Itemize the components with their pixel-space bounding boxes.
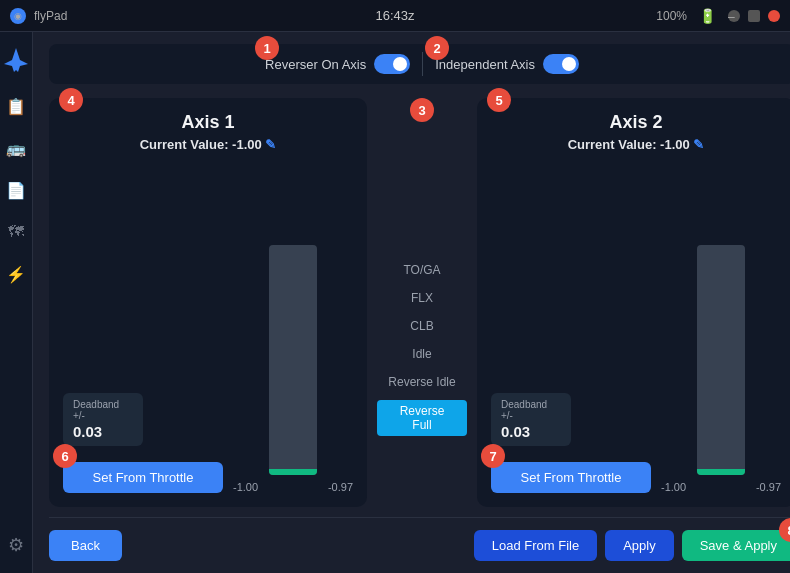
battery-icon: 🔋 (699, 8, 716, 24)
axis1-inner: Deadband +/- 0.03 6 Set From Throttle (63, 162, 353, 493)
detent-toga: TO/GA (403, 260, 440, 280)
independent-axis-toggle[interactable] (543, 54, 579, 74)
badge-4: 4 (59, 88, 83, 112)
save-apply-button[interactable]: Save & Apply (682, 530, 790, 561)
axis2-set-btn[interactable]: Set From Throttle (491, 462, 651, 493)
bottom-right-buttons: Load From File Apply 8 Save & Apply (474, 530, 790, 561)
detent-flx: FLX (411, 288, 433, 308)
axis2-deadband-label: Deadband +/- (501, 399, 561, 421)
detent-reverse-idle: Reverse Idle (388, 372, 455, 392)
detent-idle: Idle (412, 344, 431, 364)
axis1-bar-current: -0.97 (328, 481, 353, 493)
back-button[interactable]: Back (49, 530, 122, 561)
detent-clb: CLB (410, 316, 433, 336)
axis1-bar-container: -1.00 -0.97 (233, 245, 353, 493)
window-controls[interactable]: – (728, 10, 780, 22)
axis1-deadband-value: 0.03 (73, 423, 133, 440)
axis2-bar-track (697, 245, 745, 475)
minimize-button[interactable]: – (728, 10, 740, 22)
axis1-bar-indicator (269, 469, 317, 475)
reverser-on-axis-label: Reverser On Axis (265, 57, 366, 72)
axis1-current: Current Value: -1.00 ✎ (63, 137, 353, 152)
reverser-on-axis-toggle[interactable] (374, 54, 410, 74)
axis1-title: Axis 1 (63, 112, 353, 133)
load-from-file-button[interactable]: Load From File (474, 530, 597, 561)
sidebar-item-clipboard[interactable]: 📋 (0, 90, 32, 122)
axis2-current: Current Value: -1.00 ✎ (491, 137, 781, 152)
axes-container: 4 Axis 1 Current Value: -1.00 ✎ Deadband… (49, 98, 790, 507)
detents-column: 3 TO/GA FLX CLB Idle Reverse Idle Revers… (377, 98, 467, 507)
axis1-bar-track (269, 245, 317, 475)
sidebar-item-power[interactable]: ⚡ (0, 258, 32, 290)
independent-axis-label: Independent Axis (435, 57, 535, 72)
axis2-deadband-box: Deadband +/- 0.03 (491, 393, 571, 446)
sidebar: 📋 🚌 📄 🗺 ⚡ ⚙ (0, 32, 33, 573)
titlebar-time: 16:43z (375, 8, 414, 23)
sidebar-item-document[interactable]: 📄 (0, 174, 32, 206)
titlebar-left: ◉ flyPad (10, 8, 67, 24)
toggle-row: 1 Reverser On Axis 2 Independent Axis (49, 44, 790, 84)
axis2-bar-labels: -1.00 -0.97 (661, 481, 781, 493)
axis2-bar-indicator (697, 469, 745, 475)
axis2-inner: Deadband +/- 0.03 7 Set From Throttle (491, 162, 781, 493)
titlebar-right: 100% 🔋 – (656, 8, 780, 24)
titlebar: ◉ flyPad 16:43z 100% 🔋 – (0, 0, 790, 32)
sidebar-settings[interactable]: ⚙ (0, 529, 32, 561)
axis1-bar-min: -1.00 (233, 481, 258, 493)
detent-reverse-full[interactable]: Reverse Full (377, 400, 467, 436)
axis1-deadband-box: Deadband +/- 0.03 (63, 393, 143, 446)
axis1-set-btn[interactable]: Set From Throttle (63, 462, 223, 493)
axis2-deadband-value: 0.03 (501, 423, 561, 440)
app-name: flyPad (34, 9, 67, 23)
main-layout: 📋 🚌 📄 🗺 ⚡ ⚙ 1 Reverser On Axis 2 Indepen… (0, 32, 790, 573)
main-content: 1 Reverser On Axis 2 Independent Axis 4 (33, 32, 790, 573)
badge-3: 3 (410, 98, 434, 122)
axis2-title: Axis 2 (491, 112, 781, 133)
apply-button[interactable]: Apply (605, 530, 674, 561)
maximize-button[interactable] (748, 10, 760, 22)
toggle-divider (422, 52, 423, 76)
badge-1: 1 (255, 36, 279, 60)
badge-7: 7 (481, 444, 505, 468)
badge-5: 5 (487, 88, 511, 112)
axis1-edit-icon[interactable]: ✎ (265, 137, 276, 152)
close-button[interactable] (768, 10, 780, 22)
battery-percent: 100% (656, 9, 687, 23)
bottom-bar: Back Load From File Apply 8 Save & Apply (49, 517, 790, 561)
axis1-panel: 4 Axis 1 Current Value: -1.00 ✎ Deadband… (49, 98, 367, 507)
axis2-bar-current: -0.97 (756, 481, 781, 493)
sidebar-item-map[interactable]: 🗺 (0, 216, 32, 248)
axis1-bar-labels: -1.00 -0.97 (233, 481, 353, 493)
axis2-bar-container: -1.00 -0.97 (661, 245, 781, 493)
axis1-deadband-label: Deadband +/- (73, 399, 133, 421)
axis2-edit-icon[interactable]: ✎ (693, 137, 704, 152)
badge-6: 6 (53, 444, 77, 468)
sidebar-logo (0, 44, 32, 80)
axis2-panel: 5 Axis 2 Current Value: -1.00 ✎ Deadband… (477, 98, 790, 507)
axis2-bar-min: -1.00 (661, 481, 686, 493)
sidebar-item-bus[interactable]: 🚌 (0, 132, 32, 164)
